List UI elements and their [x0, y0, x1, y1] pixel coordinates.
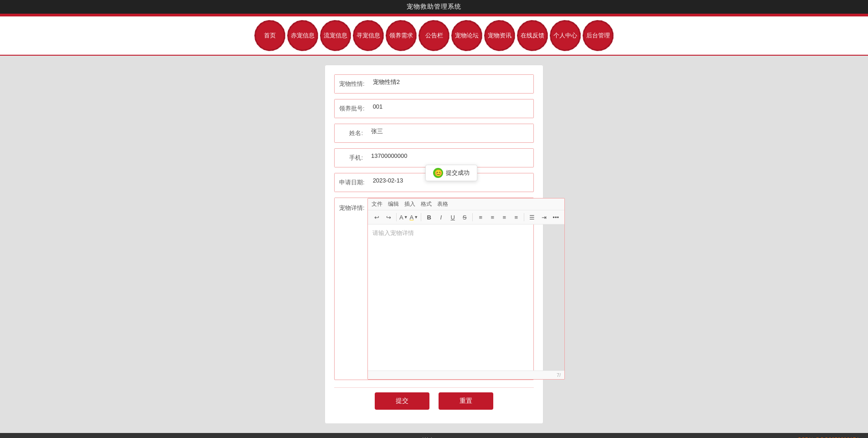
- success-icon: 😊: [433, 168, 443, 178]
- indent-button[interactable]: ⇥: [539, 212, 549, 222]
- phone-label: 手机:: [335, 149, 367, 167]
- strikethrough-button[interactable]: S: [460, 212, 470, 222]
- nav-item-notice[interactable]: 公告栏: [418, 20, 450, 51]
- bold-button[interactable]: B: [424, 212, 434, 222]
- more-button[interactable]: •••: [551, 212, 561, 222]
- success-text: 提交成功: [446, 169, 470, 177]
- menu-edit[interactable]: 编辑: [388, 200, 399, 208]
- submit-button[interactable]: 提交: [375, 392, 429, 410]
- redo-button[interactable]: ↪: [383, 212, 393, 222]
- title-bar: 宠物救助管理系统: [0, 0, 868, 14]
- name-input[interactable]: [367, 124, 533, 138]
- editor-placeholder: 请输入宠物详情: [372, 229, 414, 236]
- apply-date-label: 申请日期:: [335, 173, 369, 192]
- align-center-button[interactable]: ≡: [487, 212, 497, 222]
- reset-button[interactable]: 重置: [439, 392, 493, 410]
- pet-detail-row: 宠物详情: 文件 编辑 插入 格式 表格 ↩ ↪: [334, 198, 534, 380]
- align-justify-button[interactable]: ≡: [511, 212, 521, 222]
- font-color-button[interactable]: A ▼: [399, 214, 408, 221]
- menu-format[interactable]: 格式: [421, 200, 432, 208]
- editor-menubar: 文件 编辑 插入 格式 表格: [368, 198, 564, 210]
- adoption-id-input[interactable]: [369, 99, 424, 114]
- nav-item-find-pet[interactable]: 寻宠信息: [353, 20, 384, 51]
- undo-button[interactable]: ↩: [372, 212, 382, 222]
- nav-item-feedback[interactable]: 在线反馈: [517, 20, 548, 51]
- toolbar-divider-4: [524, 213, 524, 221]
- toolbar-divider-2: [421, 213, 421, 221]
- nav-item-news[interactable]: 宠物资讯: [484, 20, 515, 51]
- nav-bar: 首页赤宠信息流宠信息寻宠信息领养需求公告栏宠物论坛宠物资讯在线反馈个人中心后台管…: [0, 16, 868, 56]
- nav-item-stray-pet[interactable]: 流宠信息: [320, 20, 351, 51]
- nav-item-admin[interactable]: 后台管理: [583, 20, 614, 51]
- menu-insert[interactable]: 插入: [404, 200, 415, 208]
- bottom-bar: Welcome CSDN @QQ3359892174: [0, 433, 868, 438]
- name-row: 姓名:: [334, 124, 534, 143]
- word-count: 7/: [557, 372, 561, 378]
- app-title: 宠物救助管理系统: [407, 3, 461, 10]
- highlight-color-button[interactable]: A ▼: [410, 214, 418, 221]
- pet-name-input[interactable]: [369, 75, 533, 89]
- menu-table[interactable]: 表格: [437, 200, 448, 208]
- editor-toolbar: ↩ ↪ A ▼ A ▼ B I U: [368, 210, 564, 224]
- form-container: 宠物性情: 领养批号: 😊 提交成功 姓名: 手机:: [325, 65, 543, 424]
- italic-button[interactable]: I: [436, 212, 446, 222]
- adoption-id-label: 领养批号:: [335, 99, 369, 118]
- align-left-button[interactable]: ≡: [475, 212, 486, 222]
- align-right-button[interactable]: ≡: [499, 212, 509, 222]
- nav-item-adoption[interactable]: 领养需求: [386, 20, 417, 51]
- main-content: 宠物性情: 领养批号: 😊 提交成功 姓名: 手机:: [0, 56, 868, 433]
- underline-button[interactable]: U: [448, 212, 458, 222]
- button-row: 提交 重置: [334, 387, 534, 414]
- phone-input[interactable]: [367, 149, 533, 163]
- editor-footer: 7/: [368, 370, 564, 379]
- name-label: 姓名:: [335, 124, 367, 142]
- editor-body[interactable]: 请输入宠物详情: [368, 224, 564, 370]
- success-toast: 😊 提交成功: [425, 165, 477, 181]
- rich-text-editor: 文件 编辑 插入 格式 表格 ↩ ↪ A ▼: [367, 198, 565, 380]
- adoption-id-row: 领养批号:: [334, 99, 534, 118]
- nav-item-home[interactable]: 首页: [254, 20, 285, 51]
- nav-item-lost-pet[interactable]: 赤宠信息: [287, 20, 318, 51]
- toolbar-divider-3: [472, 213, 473, 221]
- pet-name-row: 宠物性情:: [334, 74, 534, 94]
- pet-detail-label: 宠物详情:: [335, 198, 367, 217]
- toolbar-divider-1: [396, 213, 397, 221]
- menu-file[interactable]: 文件: [372, 200, 382, 208]
- list-button[interactable]: ☰: [527, 212, 537, 222]
- nav-item-forum[interactable]: 宠物论坛: [451, 20, 482, 51]
- editor-container: 文件 编辑 插入 格式 表格 ↩ ↪ A ▼: [367, 198, 565, 380]
- pet-name-label: 宠物性情:: [335, 75, 369, 93]
- nav-item-profile[interactable]: 个人中心: [550, 20, 581, 51]
